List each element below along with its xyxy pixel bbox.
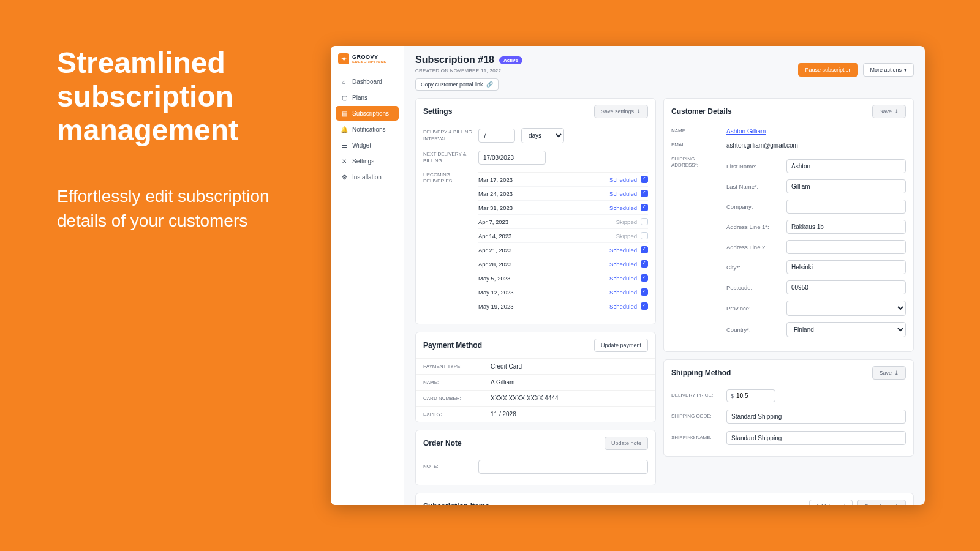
shipping-name-input[interactable] (726, 431, 906, 445)
delivery-date: May 5, 2023 (478, 275, 510, 282)
postcode-input[interactable] (786, 280, 906, 294)
save-customer-button[interactable]: Save ⤓ (872, 105, 906, 118)
delivery-price-input[interactable]: $ (726, 389, 775, 402)
delivery-date: Apr 14, 2023 (478, 233, 511, 239)
brand-name: GROOVY (352, 54, 386, 60)
sidebar-item-notifications[interactable]: 🔔Notifications (336, 122, 399, 137)
delivery-date: Mar 31, 2023 (478, 204, 513, 211)
delivery-date: May 19, 2023 (478, 303, 514, 310)
sidebar: ✦ GROOVY SUBSCRIPTIONS ⌂Dashboard▢Plans▤… (331, 46, 404, 505)
delivery-row: Apr 21, 2023Scheduled (478, 243, 648, 257)
tool-icon: ✕ (341, 157, 348, 165)
province-select[interactable] (786, 301, 906, 316)
sidebar-item-widget[interactable]: ⚌Widget (336, 138, 399, 152)
delivery-checkbox[interactable] (641, 232, 648, 239)
next-delivery-input[interactable] (478, 151, 546, 165)
interval-unit-select[interactable]: days (521, 128, 564, 143)
shipping-card: Shipping Method Save ⤓ DELIVERY PRICE: $ (663, 359, 914, 457)
delivery-checkbox[interactable] (641, 218, 648, 225)
chevron-down-icon: ▾ (904, 67, 907, 73)
delivery-row: Apr 28, 2023Scheduled (478, 257, 648, 271)
note-input[interactable] (478, 460, 648, 474)
delivery-checkbox[interactable] (641, 288, 648, 296)
delivery-status: Skipped (616, 233, 637, 239)
interval-value-input[interactable] (478, 129, 515, 143)
note-label: NOTE: (423, 463, 472, 470)
brand-logo: ✦ GROOVY SUBSCRIPTIONS (336, 53, 399, 64)
items-card: Subscription Items Add items + Save item… (415, 493, 914, 505)
delivery-checkbox[interactable] (641, 204, 648, 211)
created-on: CREATED ON NOVEMBER 11, 2022 (415, 68, 522, 73)
delivery-status: Scheduled (609, 303, 637, 310)
delivery-status: Skipped (616, 219, 637, 225)
delivery-row: May 12, 2023Scheduled (478, 285, 648, 299)
delivery-checkbox[interactable] (641, 260, 648, 268)
link-icon: 🔗 (486, 81, 493, 88)
bell-icon: 🔔 (341, 126, 348, 133)
update-note-button[interactable]: Update note (605, 437, 648, 450)
shipping-code-input[interactable] (726, 410, 906, 424)
deliveries-list: Mar 17, 2023ScheduledMar 24, 2023Schedul… (478, 172, 648, 313)
brand-sub: SUBSCRIPTIONS (352, 60, 386, 64)
save-settings-button[interactable]: Save settings ⤓ (594, 105, 648, 118)
company-input[interactable] (786, 200, 906, 214)
sidebar-item-settings[interactable]: ✕Settings (336, 154, 399, 168)
delivery-checkbox[interactable] (641, 302, 648, 310)
pause-subscription-button[interactable]: Pause subscription (798, 63, 858, 77)
customer-name-link[interactable]: Ashton Gilliam (726, 128, 766, 135)
delivery-row: Mar 24, 2023Scheduled (478, 187, 648, 201)
delivery-row: Mar 17, 2023Scheduled (478, 173, 648, 187)
sidebar-item-subscriptions[interactable]: ▤Subscriptions (336, 106, 399, 121)
sidebar-item-plans[interactable]: ▢Plans (336, 90, 399, 105)
delivery-checkbox[interactable] (641, 246, 648, 253)
delivery-status: Scheduled (609, 190, 637, 197)
sidebar-item-label: Subscriptions (352, 110, 389, 117)
delivery-status: Scheduled (609, 247, 637, 253)
customer-card: Customer Details Save ⤓ NAME: Ashton Gil… (663, 98, 914, 352)
payment-type-value: Credit Card (491, 363, 522, 370)
delivery-status: Scheduled (609, 275, 637, 282)
delivery-status: Scheduled (609, 261, 637, 268)
delivery-date: May 12, 2023 (478, 289, 514, 296)
update-payment-button[interactable]: Update payment (594, 339, 648, 352)
payment-name-value: A Gilliam (491, 379, 514, 386)
more-actions-button[interactable]: More actions ▾ (863, 63, 914, 77)
address-2-input[interactable] (786, 240, 906, 254)
shipping-title: Shipping Method (671, 369, 731, 377)
add-items-button[interactable]: Add items + (809, 500, 853, 505)
delivery-date: Mar 17, 2023 (478, 176, 513, 183)
delivery-checkbox[interactable] (641, 176, 648, 183)
delivery-date: Apr 21, 2023 (478, 247, 511, 253)
currency-icon: $ (731, 393, 734, 399)
save-items-button[interactable]: Save items ⤓ (858, 500, 906, 505)
save-icon: ⤓ (894, 108, 899, 114)
city-input[interactable] (786, 260, 906, 274)
order-note-title: Order Note (423, 439, 462, 448)
card-expiry-value: 11 / 2028 (491, 411, 516, 418)
country-select[interactable]: Finland (786, 322, 906, 337)
sidebar-item-installation[interactable]: ⚙Installation (336, 170, 399, 184)
last-name-input[interactable] (786, 179, 906, 193)
first-name-input[interactable] (786, 159, 906, 173)
delivery-row: May 19, 2023Scheduled (478, 299, 648, 313)
delivery-checkbox[interactable] (641, 274, 648, 282)
sidebar-item-label: Dashboard (352, 78, 382, 85)
sidebar-item-label: Widget (352, 142, 371, 149)
marketing-subhead: Effortlessly edit subscription details o… (57, 184, 302, 234)
delivery-status: Scheduled (609, 204, 637, 211)
address-1-input[interactable] (786, 220, 906, 234)
sidebar-item-dashboard[interactable]: ⌂Dashboard (336, 74, 399, 89)
delivery-row: Apr 7, 2023Skipped (478, 215, 648, 229)
copy-portal-link-button[interactable]: Copy customer portal link 🔗 (415, 78, 499, 91)
app-window: ✦ GROOVY SUBSCRIPTIONS ⌂Dashboard▢Plans▤… (331, 46, 925, 505)
main-content: Subscription #18 Active CREATED ON NOVEM… (404, 46, 925, 505)
nav-list: ⌂Dashboard▢Plans▤Subscriptions🔔Notificat… (336, 74, 399, 184)
delivery-status: Scheduled (609, 289, 637, 296)
delivery-date: Mar 24, 2023 (478, 190, 513, 197)
delivery-row: Mar 31, 2023Scheduled (478, 201, 648, 215)
delivery-checkbox[interactable] (641, 190, 648, 197)
save-shipping-button[interactable]: Save ⤓ (872, 366, 906, 380)
sidebar-item-label: Plans (352, 94, 368, 101)
sliders-icon: ⚌ (341, 141, 348, 149)
delivery-date: Apr 28, 2023 (478, 261, 511, 268)
